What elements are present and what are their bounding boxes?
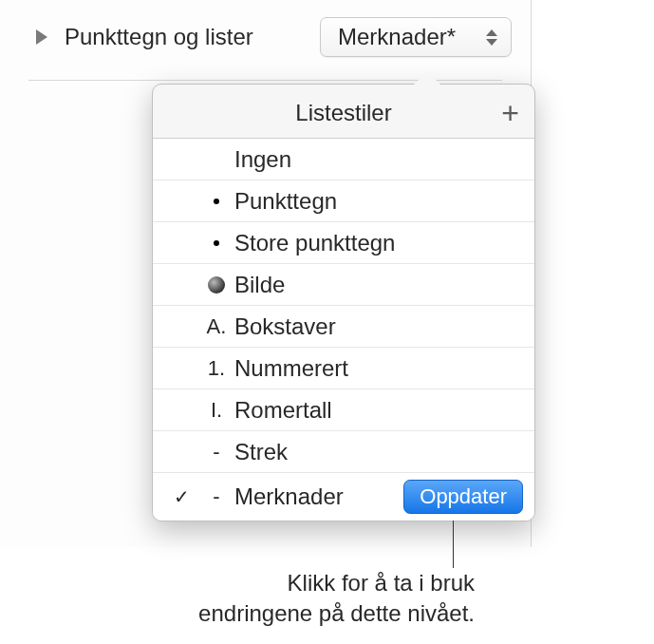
list-marker (198, 276, 234, 294)
list-item[interactable]: I.Romertall (153, 389, 534, 431)
list-item[interactable]: Ingen (153, 139, 534, 180)
list-item[interactable]: -Strek (153, 431, 534, 473)
callout-text: Klikk for å ta i bruk endringene på dett… (171, 568, 475, 630)
list-item-label: Ingen (234, 146, 523, 173)
list-item-label: Bilde (234, 272, 523, 298)
list-marker: A. (198, 314, 234, 339)
list-item-label: Nummerert (234, 355, 523, 382)
list-item-label: Romertall (234, 397, 523, 424)
list-marker: I. (198, 398, 234, 423)
list-item[interactable]: ✓-MerknaderOppdater (153, 473, 534, 521)
list-item-label: Bokstaver (234, 313, 523, 340)
list-marker: - (198, 484, 234, 509)
list-item[interactable]: A.Bokstaver (153, 306, 534, 348)
list-item-label: Strek (234, 439, 523, 465)
bullet-icon (214, 240, 219, 246)
list-marker (198, 199, 234, 204)
list-marker: - (198, 440, 234, 464)
list-item[interactable]: Store punkttegn (153, 222, 534, 264)
image-bullet-icon (208, 276, 225, 294)
checkmark-icon: ✓ (174, 485, 190, 508)
popover-title: Listestiler (295, 100, 391, 125)
chevron-up-down-icon (486, 29, 497, 46)
list-item-label: Store punkttegn (234, 230, 523, 256)
list-item[interactable]: 1.Nummerert (153, 348, 534, 389)
list-style-dropdown[interactable]: Merknader* (320, 17, 512, 57)
bullet-icon (214, 199, 219, 204)
list-item-label: Merknader (234, 483, 403, 510)
callout-line (453, 521, 454, 568)
add-style-button[interactable]: + (501, 98, 519, 128)
list-item[interactable]: Bilde (153, 264, 534, 306)
checkmark-column: ✓ (164, 485, 198, 508)
list-marker (198, 240, 234, 246)
bullets-lists-row: Punkttegn og lister Merknader* (0, 0, 531, 70)
popover-header: Listestiler + (153, 85, 534, 139)
dropdown-value: Merknader* (338, 24, 456, 50)
style-list: IngenPunkttegnStore punkttegnBildeA.Boks… (153, 139, 534, 521)
list-item[interactable]: Punkttegn (153, 180, 534, 222)
bullets-lists-label: Punkttegn og lister (65, 24, 310, 50)
list-styles-popover: Listestiler + IngenPunkttegnStore punktt… (152, 84, 535, 521)
disclosure-triangle-icon[interactable] (36, 29, 47, 45)
update-button[interactable]: Oppdater (403, 480, 523, 514)
list-item-label: Punkttegn (234, 188, 523, 215)
popover-arrow-icon (414, 71, 440, 85)
list-marker: 1. (198, 356, 234, 381)
